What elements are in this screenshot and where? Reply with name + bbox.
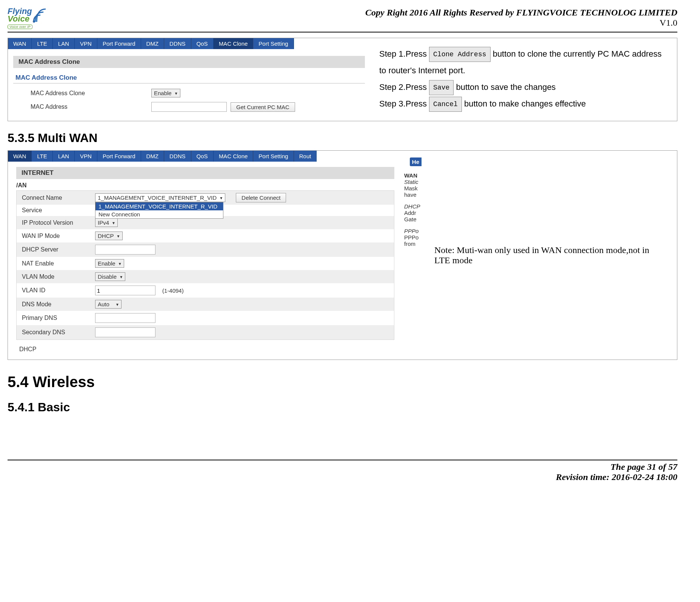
get-current-pc-mac-button[interactable]: Get Current PC MAC — [231, 102, 295, 112]
help-pppo2: PPPo — [404, 234, 422, 241]
help-gate: Gate — [404, 216, 422, 222]
help-wan: WAN — [404, 172, 422, 179]
group-rule — [13, 83, 365, 83]
tab-port-setting[interactable]: Port Setting — [253, 38, 294, 49]
tab-qos[interactable]: QoS — [191, 38, 214, 49]
step2-post: button to save the changes — [456, 82, 555, 92]
version-text: V1.0 — [365, 18, 677, 28]
tab-mac-clone[interactable]: MAC Clone — [214, 38, 254, 49]
tab-lan[interactable]: LAN — [53, 38, 75, 49]
footer-revision: Revision time: 2016-02-24 18:00 — [8, 472, 677, 482]
tab-port-forward[interactable]: Port Forward — [97, 151, 141, 162]
select-ip-proto[interactable]: IPv4 — [95, 218, 118, 227]
multi-wan-row: WANLTELANVPNPort ForwardDMZDDNSQoSMAC Cl… — [8, 150, 677, 360]
tab-lte[interactable]: LTE — [32, 38, 52, 49]
tab-ddns[interactable]: DDNS — [164, 38, 191, 49]
group-title: MAC Address Clone — [8, 72, 370, 82]
form-row-mac-clone: MAC Address Clone Enable — [8, 86, 370, 100]
nav-tabs: WANLTELANVPNPort ForwardDMZDDNSQoSMAC Cl… — [8, 151, 403, 162]
tab-lte[interactable]: LTE — [32, 151, 52, 162]
help-text-column: He WAN Static Mask have DHCP Addr Gate P… — [403, 151, 423, 360]
label-service: Service — [20, 207, 95, 214]
help-have: have — [404, 191, 422, 198]
form-row-connect-name: Connect Name 1_MANAGEMENT_VOICE_INTERNET… — [17, 191, 394, 205]
input-mac-address[interactable] — [151, 102, 227, 112]
select-mac-clone[interactable]: Enable — [151, 89, 180, 97]
tab-lan[interactable]: LAN — [53, 151, 75, 162]
help-addr: Addr — [404, 210, 422, 216]
page-header: Flying Voice Voice over IP Copy Right 20… — [8, 8, 677, 29]
footer-divider — [8, 460, 677, 460]
logo-text-voice: Voice — [8, 15, 32, 23]
delete-connect-button[interactable]: Delete Connect — [236, 193, 286, 202]
connect-name-dropdown[interactable]: 1_MANAGEMENT_VOICE_INTERNET_R_VID New Co… — [95, 202, 223, 219]
vlan-id-hint: (1-4094) — [162, 287, 184, 294]
step2-pre: Step 2.Press — [379, 82, 429, 92]
form-row-nat-enable: NAT Enable Enable — [17, 257, 394, 270]
form-row-vlan-mode: VLAN Mode Disable — [17, 270, 394, 283]
multi-wan-note: Note: Muti-wan only used in WAN connecti… — [423, 151, 677, 360]
tab-mac-clone[interactable]: MAC Clone — [214, 151, 254, 162]
tab-wan[interactable]: WAN — [8, 151, 32, 162]
header-divider — [8, 32, 677, 32]
form-row-wan-ip-mode: WAN IP Mode DHCP — [17, 229, 394, 242]
help-from: from — [404, 241, 422, 247]
tab-port-setting[interactable]: Port Setting — [253, 151, 294, 162]
copyright-text: Copy Right 2016 All Rights Reserved by F… — [365, 8, 677, 18]
step1-pre: Step 1.Press — [379, 49, 429, 59]
select-dns-mode[interactable]: Auto — [95, 300, 122, 309]
label-mac-address: MAC Address — [31, 103, 151, 110]
tab-qos[interactable]: QoS — [191, 151, 214, 162]
input-primary-dns[interactable] — [95, 313, 155, 323]
select-wan-ip-mode[interactable]: DHCP — [95, 232, 123, 240]
note-text: Note: Muti-wan only used in WAN connecti… — [434, 245, 666, 265]
label-secondary-dns: Secondary DNS — [20, 329, 95, 336]
label-mac-clone: MAC Address Clone — [31, 90, 151, 97]
multi-wan-screenshot: WANLTELANVPNPort ForwardDMZDDNSQoSMAC Cl… — [8, 151, 423, 360]
group-title-an: /AN — [8, 179, 403, 190]
steps-notes: Step 1.Press Clone Address button to clo… — [370, 38, 677, 121]
label-dns-mode: DNS Mode — [20, 301, 95, 308]
label-ip-proto: IP Protocol Version — [20, 219, 95, 226]
label-connect-name: Connect Name — [20, 194, 95, 201]
clone-address-button[interactable]: Clone Address — [429, 47, 490, 62]
label-dhcp: DHCP — [8, 340, 403, 360]
help-dhcp: DHCP — [404, 203, 422, 210]
label-primary-dns: Primary DNS — [20, 315, 95, 321]
select-nat-enable[interactable]: Enable — [95, 259, 124, 268]
select-connect-name[interactable]: 1_MANAGEMENT_VOICE_INTERNET_R_VID — [95, 193, 225, 202]
cancel-button[interactable]: Cancel — [429, 97, 462, 112]
form-row-primary-dns: Primary DNS — [17, 311, 394, 325]
form-row-vlan-id: VLAN ID (1-4094) — [17, 283, 394, 298]
heading-535: 5.3.5 Multi WAN — [8, 131, 677, 145]
tab-dmz[interactable]: DMZ — [141, 38, 165, 49]
tab-wan[interactable]: WAN — [8, 38, 32, 49]
tab-vpn[interactable]: VPN — [75, 38, 97, 49]
dropdown-option-selected[interactable]: 1_MANAGEMENT_VOICE_INTERNET_R_VID — [95, 202, 223, 210]
help-pppo1: PPPo — [404, 228, 422, 234]
tab-ddns[interactable]: DDNS — [164, 151, 191, 162]
select-vlan-mode[interactable]: Disable — [95, 272, 125, 281]
form-row-dhcp-server: DHCP Server — [17, 242, 394, 257]
tab-port-forward[interactable]: Port Forward — [97, 38, 141, 49]
label-dhcp-server: DHCP Server — [20, 246, 95, 253]
help-badge[interactable]: He — [410, 157, 422, 166]
dropdown-option[interactable]: New Connection — [95, 210, 223, 218]
input-dhcp-server[interactable] — [95, 245, 155, 255]
svg-point-0 — [33, 20, 35, 23]
form-row-dns-mode: DNS Mode Auto — [17, 298, 394, 311]
mac-clone-screenshot: WANLTELANVPNPort ForwardDMZDDNSQoSMAC Cl… — [8, 38, 370, 121]
label-nat-enable: NAT Enable — [20, 260, 95, 267]
section-bar-internet: INTERNET — [16, 167, 394, 179]
tab-rout[interactable]: Rout — [294, 151, 317, 162]
tab-vpn[interactable]: VPN — [75, 151, 97, 162]
page-footer: The page 31 of 57 Revision time: 2016-02… — [8, 460, 677, 482]
step3-pre: Step 3.Press — [379, 99, 429, 108]
save-button[interactable]: Save — [429, 80, 454, 95]
form-row-secondary-dns: Secondary DNS — [17, 325, 394, 340]
tab-dmz[interactable]: DMZ — [141, 151, 165, 162]
logo: Flying Voice Voice over IP — [8, 8, 49, 29]
input-vlan-id[interactable] — [95, 286, 155, 295]
input-secondary-dns[interactable] — [95, 327, 155, 337]
help-mask: Mask — [404, 185, 422, 191]
